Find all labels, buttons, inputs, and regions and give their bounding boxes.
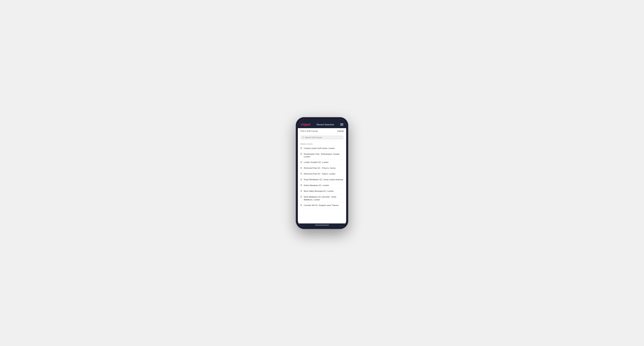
app-header: clippd Recent Searches: [298, 121, 346, 128]
course-name: Richmond Park GC - Duke's, London: [304, 173, 336, 175]
phone-device: clippd Recent Searches Find a Golf Cours…: [296, 117, 348, 229]
search-container: [298, 134, 346, 142]
location-pin-icon: [300, 190, 302, 193]
find-header: Find a Golf Course Cancel: [298, 128, 346, 134]
nearby-courses-section: Nearby courses Central London Golf Centr…: [298, 142, 346, 223]
search-icon: [302, 136, 304, 139]
course-list-item[interactable]: Royal Wimbledon GC, Great London Authori…: [298, 177, 346, 183]
status-bar: [298, 119, 346, 121]
course-name: Coombe Hill GC, Kingston upon Thames: [304, 204, 339, 207]
course-name: Royal Wimbledon GC, Great London Authori…: [304, 178, 343, 181]
course-list-item[interactable]: Brent Valley Municipal GC, London: [298, 188, 346, 194]
course-name: Central London Golf Centre, London: [304, 147, 335, 150]
course-name: Dukes Meadows GC, London: [304, 184, 329, 187]
course-list-item[interactable]: Richmond Park GC - Duke's, London: [298, 171, 346, 177]
menu-icon[interactable]: [340, 123, 343, 126]
svg-line-1: [304, 138, 304, 138]
course-name: North Middlesex GC (1011942 - North Midd…: [304, 196, 344, 201]
courses-list: Central London Golf Centre, London Roeha…: [298, 146, 346, 209]
location-pin-icon: [300, 204, 302, 207]
course-name: Roehampton Club - Roehampton, Greater Lo…: [304, 153, 344, 158]
course-list-item[interactable]: Richmond Park GC - Prince's, Surrey: [298, 166, 346, 171]
menu-line-2: [340, 124, 343, 125]
location-pin-icon: [300, 196, 302, 198]
course-name: Brent Valley Municipal GC, London: [304, 190, 334, 192]
course-list-item[interactable]: London Scottish GC, London: [298, 160, 346, 166]
home-bar: [315, 225, 329, 225]
header-title: Recent Searches: [316, 123, 334, 126]
location-pin-icon: [300, 153, 302, 156]
course-list-item[interactable]: Central London Golf Centre, London: [298, 146, 346, 152]
app-logo: clippd: [301, 123, 310, 126]
course-list-item[interactable]: Dukes Meadows GC, London: [298, 183, 346, 188]
location-pin-icon: [300, 161, 302, 164]
nearby-label: Nearby courses: [298, 142, 346, 146]
search-input[interactable]: [305, 136, 342, 139]
course-list-item[interactable]: Roehampton Club - Roehampton, Greater Lo…: [298, 152, 346, 160]
location-pin-icon: [300, 147, 302, 150]
svg-point-0: [302, 137, 304, 138]
location-pin-icon: [300, 173, 302, 175]
course-list-item[interactable]: Coombe Hill GC, Kingston upon Thames: [298, 203, 346, 208]
course-name: London Scottish GC, London: [304, 161, 328, 164]
course-name: Richmond Park GC - Prince's, Surrey: [304, 167, 336, 170]
main-content: Find a Golf Course Cancel Nearby: [298, 128, 346, 223]
course-list-item[interactable]: North Middlesex GC (1011942 - North Midd…: [298, 194, 346, 203]
menu-line-3: [340, 125, 343, 126]
find-title: Find a Golf Course: [300, 130, 318, 132]
cancel-button[interactable]: Cancel: [337, 130, 344, 132]
menu-line-1: [340, 123, 343, 124]
home-indicator: [298, 223, 346, 227]
location-pin-icon: [300, 167, 302, 170]
phone-screen: clippd Recent Searches Find a Golf Cours…: [298, 119, 346, 227]
search-box: [300, 135, 344, 140]
location-pin-icon: [300, 178, 302, 181]
location-pin-icon: [300, 184, 302, 187]
